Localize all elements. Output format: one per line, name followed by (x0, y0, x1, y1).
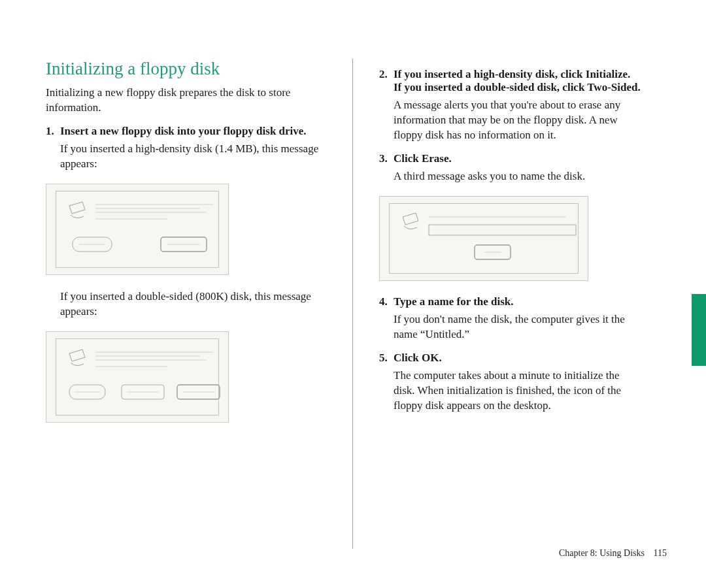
svg-rect-0 (63, 197, 226, 262)
step-1-note-a: If you inserted a high-density disk (1.4… (46, 142, 333, 172)
step-2-note: A message alerts you that you're about t… (379, 98, 641, 143)
chapter-tab-marker (692, 294, 706, 366)
step-4-note: If you don't name the disk, the computer… (379, 312, 641, 342)
step-5: 5. Click OK. (379, 351, 641, 365)
step-3: 3. Click Erase. (379, 152, 641, 165)
step-number: 3. (379, 152, 394, 165)
dialog-figure-double-sided (46, 331, 229, 423)
step-number: 5. (379, 351, 394, 365)
step-2-line-a: If you inserted a high-density disk, cli… (394, 68, 630, 80)
step-text: Click Erase. (394, 152, 641, 165)
step-text: If you inserted a high-density disk, cli… (394, 68, 641, 94)
step-number: 2. (379, 68, 394, 94)
svg-rect-20 (429, 225, 576, 235)
step-text: Click OK. (394, 351, 641, 365)
step-text: Insert a new floppy disk into your flopp… (60, 125, 333, 138)
step-number: 4. (379, 295, 394, 308)
step-number: 1. (46, 125, 60, 138)
step-4: 4. Type a name for the disk. (379, 295, 641, 308)
step-1-note-b: If you inserted a double-sided (800K) di… (46, 289, 333, 319)
step-2-line-b: If you inserted a double-sided disk, cli… (394, 81, 641, 93)
step-3-note: A third message asks you to name the dis… (379, 169, 641, 184)
left-column: Initializing a floppy disk Initializing … (46, 59, 353, 549)
dialog-figure-high-density (46, 184, 229, 275)
page-footer: Chapter 8: Using Disks 115 (559, 548, 667, 559)
step-2: 2. If you inserted a high-density disk, … (379, 68, 641, 94)
section-heading: Initializing a floppy disk (46, 59, 333, 79)
step-text: Type a name for the disk. (394, 295, 641, 308)
step-5-note: The computer takes about a minute to ini… (379, 368, 641, 414)
right-column: 2. If you inserted a high-density disk, … (353, 59, 660, 549)
dialog-figure-name-disk (379, 196, 588, 281)
step-1: 1. Insert a new floppy disk into your fl… (46, 125, 333, 138)
page-number: 115 (654, 548, 667, 558)
intro-text: Initializing a new floppy disk prepares … (46, 86, 333, 116)
chapter-label: Chapter 8: Using Disks (559, 548, 645, 558)
manual-page: Initializing a floppy disk Initializing … (0, 0, 706, 588)
